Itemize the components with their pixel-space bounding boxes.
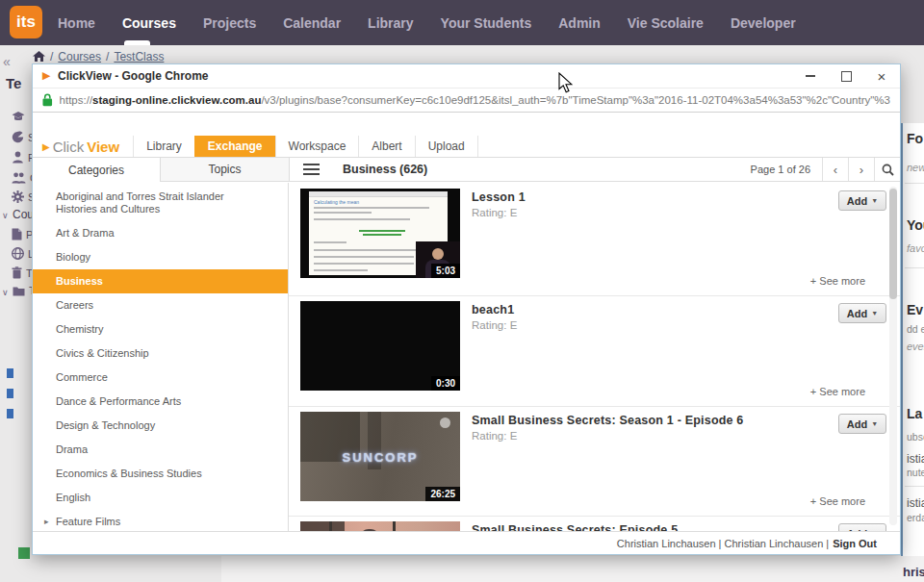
sidebar-item-overview[interactable]	[12, 111, 29, 123]
video-rating: Rating: E	[472, 319, 517, 331]
nav-item-calendar[interactable]: Calendar	[270, 15, 354, 31]
add-button[interactable]: Add ▼	[838, 523, 886, 531]
channel-watermark	[440, 418, 450, 428]
thumb-text: SUNCORP	[300, 450, 460, 465]
nav-item-library[interactable]: Library	[354, 15, 426, 31]
category-item[interactable]: Commerce	[33, 366, 288, 390]
clickview-favicon-icon: ▶	[42, 69, 50, 82]
see-more-link[interactable]: + See more	[810, 275, 865, 287]
next-page-button[interactable]: ›	[848, 158, 874, 181]
tab-upload[interactable]: Upload	[415, 136, 478, 157]
itslearning-logo[interactable]: its	[10, 6, 42, 38]
nav-item-admin[interactable]: Admin	[545, 15, 614, 31]
clickview-logo[interactable]: ▶ Click View	[33, 136, 133, 157]
video-title[interactable]: beach1	[472, 303, 514, 316]
widget-heading-fragment: Ev	[907, 302, 923, 317]
clickview-toolbar: ▶ Click View Library Exchange Workspace …	[33, 136, 900, 158]
video-thumbnail[interactable]	[300, 521, 460, 531]
nav-item-your-students[interactable]: Your Students	[427, 15, 546, 31]
search-button[interactable]	[874, 158, 900, 181]
chevron-down-icon[interactable]: ∨	[2, 288, 9, 297]
nav-item-courses[interactable]: Courses	[109, 15, 190, 31]
category-item[interactable]: Chemistry	[33, 317, 288, 342]
divider	[905, 267, 924, 268]
sidebar-collapse-icon[interactable]: «	[3, 54, 11, 69]
widget-text-fragment: istia	[907, 452, 924, 466]
video-title[interactable]: Small Business Secrets: Season 1 - Episo…	[472, 414, 744, 427]
tab-albert[interactable]: Albert	[358, 136, 414, 157]
sidebar-item-plans[interactable]: P	[12, 228, 33, 240]
widget-text-fragment: ubsc	[907, 431, 924, 443]
scrollbar-thumb[interactable]	[889, 189, 897, 299]
sign-out-link[interactable]: Sign Out	[833, 538, 877, 549]
url-domain: staging-online.clickview.com.au	[92, 94, 261, 106]
sidebar-item-trash[interactable]: T	[12, 266, 33, 279]
thumb-heading: Calculating the mean	[314, 199, 359, 205]
window-titlebar[interactable]: ▶ ClickView - Google Chrome ×	[33, 64, 900, 88]
category-item[interactable]: Civics & Citizenship	[33, 342, 288, 366]
nav-item-projects[interactable]: Projects	[190, 15, 270, 31]
see-more-link[interactable]: + See more	[810, 495, 865, 507]
video-thumbnail[interactable]: 0:30	[300, 301, 460, 391]
scrollbar-track[interactable]	[889, 187, 897, 525]
home-icon[interactable]	[33, 51, 45, 63]
sidebar-link-fragment	[7, 368, 13, 378]
see-more-link[interactable]: + See more	[810, 386, 865, 397]
list-subheader: Categories Topics Business (626) Page 1 …	[33, 158, 900, 182]
add-button[interactable]: Add ▼	[838, 303, 886, 323]
tab-workspace[interactable]: Workspace	[275, 136, 359, 157]
list-title: Business (626)	[343, 163, 427, 176]
breadcrumb-testclass[interactable]: TestClass	[114, 50, 164, 63]
category-item-feature-films[interactable]: ▸Feature Films	[33, 510, 288, 531]
category-item[interactable]: Economics & Business Studies	[33, 462, 288, 486]
category-item[interactable]: Aboriginal and Torres Strait Islander Hi…	[33, 185, 288, 221]
category-item[interactable]: Design & Technology	[33, 414, 288, 438]
maximize-button[interactable]	[837, 67, 855, 85]
sidebar-group-course[interactable]: Cou	[13, 208, 34, 221]
close-button[interactable]: ×	[873, 67, 890, 85]
category-item[interactable]: Drama	[33, 438, 288, 462]
add-button[interactable]: Add ▼	[838, 190, 886, 211]
graduation-cap-icon	[12, 111, 25, 123]
clickview-play-icon: ▶	[42, 141, 50, 152]
address-bar[interactable]: https://staging-online.clickview.com.au/…	[33, 88, 900, 113]
category-item-business[interactable]: Business	[33, 269, 288, 293]
add-button[interactable]: Add ▼	[838, 414, 886, 434]
tab-library[interactable]: Library	[133, 136, 194, 157]
category-item[interactable]: Art & Drama	[33, 221, 288, 245]
top-nav: its Home Courses Projects Calendar Libra…	[0, 0, 924, 45]
tab-exchange[interactable]: Exchange	[194, 136, 275, 157]
nav-item-home[interactable]: Home	[44, 15, 109, 31]
video-thumbnail[interactable]: Calculating the mean	[300, 189, 460, 278]
tab-topics[interactable]: Topics	[161, 158, 290, 182]
url-protocol: https://	[60, 94, 93, 106]
url-text: https://staging-online.clickview.com.au/…	[60, 94, 890, 106]
nav-item-developer[interactable]: Developer	[717, 15, 809, 31]
duration-badge: 26:25	[425, 487, 460, 501]
video-thumbnail[interactable]: SUNCORP 26:25	[300, 412, 460, 501]
page-indicator: Page 1 of 26	[751, 158, 822, 181]
video-row: 0:30 beach1 Rating: E Add ▼ + See more	[289, 295, 900, 407]
dialog-footer: Christian Linchausen | Christian Linchau…	[33, 531, 900, 554]
category-item[interactable]: English	[33, 486, 288, 510]
breadcrumb-courses[interactable]: Courses	[58, 50, 101, 63]
category-item[interactable]: Careers	[33, 293, 288, 317]
category-item[interactable]: Biology	[33, 245, 288, 269]
sidebar-item-links[interactable]: L	[12, 247, 34, 260]
nav-item-vie-scolaire[interactable]: Vie Scolaire	[614, 15, 717, 31]
chevron-down-icon[interactable]: ∨	[2, 211, 9, 220]
prev-page-button[interactable]: ‹	[822, 158, 848, 181]
minimize-button[interactable]	[802, 67, 819, 85]
expand-arrow-icon: ▸	[44, 516, 49, 528]
tab-categories[interactable]: Categories	[33, 158, 161, 182]
person-icon	[12, 151, 24, 164]
category-item[interactable]: Dance & Performance Arts	[33, 390, 288, 414]
duration-badge: 0:30	[431, 376, 460, 391]
video-list: Calculating the mean	[289, 183, 900, 531]
video-title[interactable]: Small Business Secrets: Episode 5	[472, 523, 678, 531]
video-title[interactable]: Lesson 1	[472, 190, 526, 204]
menu-icon[interactable]	[303, 164, 320, 175]
trash-icon	[12, 266, 22, 279]
categories-panel: Aboriginal and Torres Strait Islander Hi…	[33, 183, 289, 531]
clickview-chrome-window: ▶ ClickView - Google Chrome × https://st…	[32, 63, 901, 555]
